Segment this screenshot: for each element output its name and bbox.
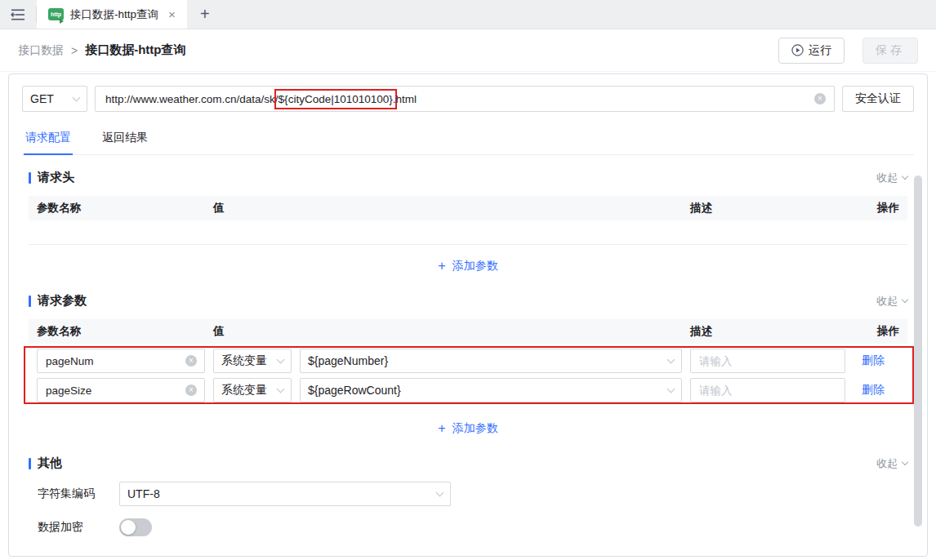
- breadcrumb-current: 接口数据-http查询: [85, 42, 185, 58]
- collapse-other-link[interactable]: 收起: [876, 456, 907, 471]
- section-request-params: 请求参数 收起: [29, 293, 907, 309]
- chevron-down-icon: [667, 384, 675, 393]
- chevron-down-icon: [902, 458, 908, 464]
- page-header: 接口数据 > 接口数据-http查询 运行 保存: [0, 29, 936, 72]
- add-param-label: 添加参数: [452, 421, 498, 436]
- section-title: 请求参数: [38, 293, 87, 309]
- url-variable-annotated: ${cityCode|101010100}: [279, 93, 393, 105]
- col-action: 操作: [854, 324, 899, 339]
- charset-row: 字符集编码 UTF-8: [29, 482, 907, 506]
- plus-icon: +: [438, 260, 445, 273]
- desc-input[interactable]: [690, 349, 845, 373]
- value-type-text: 系统变量: [221, 383, 267, 398]
- security-auth-button[interactable]: 安全认证: [842, 86, 914, 112]
- chevron-down-icon: [277, 384, 285, 393]
- data-encrypt-toggle[interactable]: [119, 518, 152, 536]
- value-type-select[interactable]: 系统变量: [213, 378, 292, 402]
- url-suffix: .html: [393, 93, 417, 105]
- run-label: 运行: [809, 43, 831, 58]
- param-row: × 系统变量 ${pageRowCount} 删除: [29, 378, 907, 402]
- url-row: GET http://www.weather.com.cn/data/sk/${…: [22, 86, 914, 112]
- value-text: ${pageNumber}: [308, 354, 388, 367]
- method-select[interactable]: GET: [22, 86, 87, 112]
- section-request-headers: 请求头 收起: [29, 170, 907, 185]
- section-title: 请求头: [38, 170, 74, 185]
- chevron-down-icon: [667, 355, 675, 363]
- method-value: GET: [30, 92, 54, 105]
- params-table-head: 参数名称 值 描述 操作: [29, 319, 907, 344]
- add-header-param-button[interactable]: + 添加参数: [29, 245, 907, 278]
- section-accent-bar: [29, 296, 31, 307]
- close-tab-icon[interactable]: ×: [168, 8, 176, 20]
- plus-icon: +: [438, 422, 445, 435]
- col-desc: 描述: [690, 201, 845, 216]
- col-value: 值: [213, 201, 682, 216]
- collapse-params-link[interactable]: 收起: [876, 294, 907, 309]
- collapse-label: 收起: [876, 171, 898, 185]
- charset-value: UTF-8: [127, 487, 160, 500]
- chevron-down-icon: [436, 488, 444, 496]
- section-other: 其他 收起: [29, 456, 907, 471]
- tab-request-config[interactable]: 请求配置: [24, 124, 73, 155]
- value-type-select[interactable]: 系统变量: [213, 349, 292, 373]
- tab-api-http-query[interactable]: http 接口数据-http查询 ×: [37, 0, 187, 29]
- collapse-label: 收起: [876, 294, 898, 309]
- param-name-input[interactable]: [37, 349, 205, 373]
- breadcrumb-root[interactable]: 接口数据: [18, 43, 64, 58]
- col-desc: 描述: [690, 324, 845, 339]
- col-param-name: 参数名称: [37, 324, 205, 339]
- headers-table-head: 参数名称 值 描述 操作: [29, 196, 907, 220]
- chevron-down-icon: [73, 93, 81, 101]
- url-input[interactable]: http://www.weather.com.cn/data/sk/${city…: [95, 86, 835, 112]
- col-value: 值: [213, 324, 682, 339]
- value-type-text: 系统变量: [221, 353, 267, 368]
- config-tabs: 请求配置 返回结果: [22, 124, 914, 155]
- param-name-input[interactable]: [37, 378, 205, 402]
- top-tab-bar: http 接口数据-http查询 × +: [0, 0, 936, 29]
- desc-input[interactable]: [690, 378, 845, 402]
- tab-response-result[interactable]: 返回结果: [100, 124, 149, 154]
- params-rows: × 系统变量 ${pageNumber} 删除: [29, 349, 907, 402]
- vertical-scrollbar[interactable]: [914, 176, 922, 527]
- col-action: 操作: [854, 201, 899, 216]
- chevron-down-icon: [277, 355, 285, 363]
- col-param-name: 参数名称: [37, 201, 205, 216]
- url-prefix: http://www.weather.com.cn/data/sk/: [105, 93, 279, 105]
- chevron-down-icon: [902, 296, 908, 302]
- charset-select[interactable]: UTF-8: [119, 482, 451, 506]
- add-param-label: 添加参数: [452, 259, 498, 273]
- add-request-param-button[interactable]: + 添加参数: [29, 407, 907, 441]
- delete-row-link[interactable]: 删除: [854, 353, 899, 368]
- encrypt-label: 数据加密: [38, 520, 119, 535]
- collapse-sidebar-icon[interactable]: [0, 0, 36, 29]
- clear-url-icon[interactable]: ×: [814, 93, 826, 104]
- chevron-down-icon: [902, 172, 908, 179]
- section-accent-bar: [29, 458, 31, 469]
- breadcrumb-separator: >: [71, 44, 78, 57]
- value-select[interactable]: ${pageRowCount}: [300, 378, 682, 402]
- value-select[interactable]: ${pageNumber}: [300, 349, 682, 373]
- headers-empty-row: [29, 220, 907, 245]
- clear-input-icon[interactable]: ×: [185, 355, 197, 367]
- encrypt-row: 数据加密: [29, 518, 907, 536]
- section-title: 其他: [38, 456, 62, 471]
- charset-label: 字符集编码: [38, 487, 119, 501]
- tab-title: 接口数据-http查询: [70, 7, 158, 22]
- delete-row-link[interactable]: 删除: [854, 383, 899, 398]
- value-text: ${pageRowCount}: [308, 384, 401, 397]
- http-api-icon: http: [48, 8, 64, 20]
- breadcrumb: 接口数据 > 接口数据-http查询: [18, 42, 186, 58]
- collapse-label: 收起: [876, 456, 898, 471]
- request-config-panel: GET http://www.weather.com.cn/data/sk/${…: [8, 73, 928, 557]
- run-button[interactable]: 运行: [778, 38, 845, 64]
- clear-input-icon[interactable]: ×: [185, 384, 197, 396]
- save-button[interactable]: 保存: [862, 38, 918, 64]
- play-circle-icon: [791, 44, 804, 56]
- param-row: × 系统变量 ${pageNumber} 删除: [29, 349, 907, 373]
- section-accent-bar: [29, 172, 31, 184]
- collapse-headers-link[interactable]: 收起: [876, 171, 907, 185]
- toggle-knob: [121, 520, 136, 535]
- add-tab-button[interactable]: +: [187, 0, 223, 29]
